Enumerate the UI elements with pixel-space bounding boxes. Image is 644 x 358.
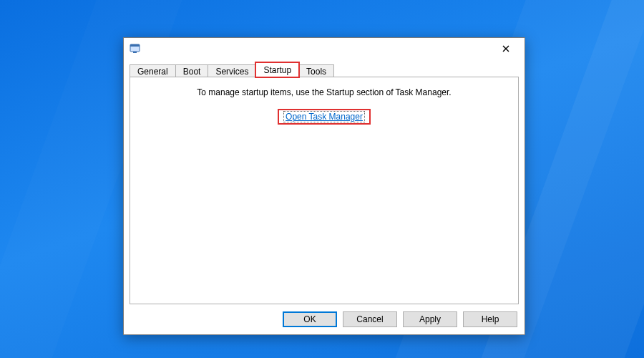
open-task-manager-highlight: Open Task Manager (279, 110, 369, 123)
desktop-background: General Boot Services Startup Tools To m… (0, 0, 644, 358)
close-button[interactable] (492, 39, 520, 59)
titlebar (124, 38, 525, 59)
svg-rect-1 (130, 44, 140, 47)
help-button[interactable]: Help (463, 311, 517, 327)
apply-button[interactable]: Apply (403, 311, 457, 327)
cancel-button[interactable]: Cancel (343, 311, 397, 327)
dialog-button-row: OK Cancel Apply Help (130, 304, 519, 329)
startup-tab-panel: To manage startup items, use the Startup… (130, 77, 519, 304)
startup-instruction-text: To manage startup items, use the Startup… (130, 87, 518, 97)
open-task-manager-link[interactable]: Open Task Manager (283, 111, 365, 122)
tab-startup[interactable]: Startup (255, 62, 299, 77)
svg-rect-2 (133, 52, 137, 53)
msconfig-window: General Boot Services Startup Tools To m… (123, 37, 525, 335)
close-icon (502, 45, 509, 52)
ok-button[interactable]: OK (283, 311, 337, 327)
app-icon (130, 43, 141, 54)
tab-strip: General Boot Services Startup Tools (130, 61, 519, 77)
